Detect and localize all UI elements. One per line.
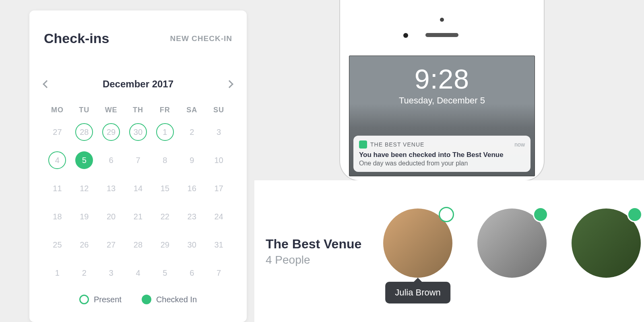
calendar-day[interactable]: 5 bbox=[71, 151, 98, 170]
calendar-day[interactable]: 4 bbox=[44, 151, 71, 170]
calendar-day[interactable]: 18 bbox=[44, 207, 71, 226]
notification-app-name: THE BEST VENUE bbox=[370, 141, 424, 148]
calendar-day[interactable]: 29 bbox=[98, 122, 125, 142]
weekday-label: FR bbox=[151, 106, 178, 114]
card-header: Check-ins NEW CHECK-IN bbox=[44, 31, 232, 46]
weekday-label: TH bbox=[125, 106, 152, 114]
prev-month-icon[interactable] bbox=[43, 80, 51, 88]
calendar-day[interactable]: 30 bbox=[125, 122, 152, 142]
calendar-day[interactable]: 3 bbox=[205, 122, 232, 142]
calendar-day[interactable]: 31 bbox=[205, 235, 232, 254]
weekday-label: TU bbox=[71, 106, 98, 114]
calendar-day[interactable]: 12 bbox=[71, 179, 98, 198]
calendar-day[interactable]: 3 bbox=[98, 263, 125, 283]
notification-body: One day was deducted from your plan bbox=[359, 160, 525, 167]
notification[interactable]: THE BEST VENUE now You have been checked… bbox=[353, 136, 530, 172]
phone-camera-icon bbox=[403, 33, 408, 38]
calendar-day[interactable]: 11 bbox=[44, 179, 71, 198]
notification-title: You have been checked into The Best Venu… bbox=[359, 151, 525, 159]
calendar-day[interactable]: 17 bbox=[205, 179, 232, 198]
notification-header: THE BEST VENUE now bbox=[359, 140, 525, 149]
calendar-day[interactable]: 27 bbox=[44, 122, 71, 142]
calendar-day[interactable]: 2 bbox=[178, 122, 205, 142]
weekday-label: MO bbox=[44, 106, 71, 114]
venue-panel: The Best Venue 4 People Julia Brown bbox=[254, 180, 644, 322]
phone-screen: 9:28 Tuesday, December 5 THE BEST VENUE … bbox=[349, 56, 535, 176]
calendar-day[interactable]: 30 bbox=[178, 235, 205, 254]
legend-checkedin-label: Checked In bbox=[156, 295, 197, 304]
card-title: Check-ins bbox=[44, 31, 109, 46]
calendar-day[interactable]: 9 bbox=[178, 151, 205, 170]
calendar-day[interactable]: 6 bbox=[98, 151, 125, 170]
calendar-day[interactable]: 21 bbox=[125, 207, 152, 226]
calendar-day[interactable]: 19 bbox=[71, 207, 98, 226]
phone-speaker-icon bbox=[425, 33, 458, 37]
legend: Present Checked In bbox=[44, 295, 232, 304]
status-badge bbox=[533, 207, 548, 222]
person-tooltip: Julia Brown bbox=[385, 282, 450, 303]
calendar-day[interactable]: 1 bbox=[151, 122, 178, 142]
calendar-day[interactable]: 20 bbox=[98, 207, 125, 226]
calendar-day[interactable]: 8 bbox=[151, 151, 178, 170]
calendar-day[interactable]: 15 bbox=[151, 179, 178, 198]
calendar-day[interactable]: 27 bbox=[98, 235, 125, 254]
status-badge bbox=[627, 207, 642, 222]
calendar-day[interactable]: 16 bbox=[178, 179, 205, 198]
calendar-grid: 2728293012345678910111213141516171819202… bbox=[44, 122, 232, 283]
month-label: December 2017 bbox=[103, 78, 173, 90]
weekday-label: SA bbox=[178, 106, 205, 114]
calendar-day[interactable]: 23 bbox=[178, 207, 205, 226]
calendar-day[interactable]: 28 bbox=[125, 235, 152, 254]
next-month-icon[interactable] bbox=[225, 80, 233, 88]
calendar-day[interactable]: 22 bbox=[151, 207, 178, 226]
checkedin-dot-icon bbox=[142, 295, 151, 304]
venue-subtitle: 4 People bbox=[266, 254, 310, 266]
calendar-day[interactable]: 14 bbox=[125, 179, 152, 198]
venue-title: The Best Venue bbox=[266, 237, 361, 252]
month-nav: December 2017 bbox=[44, 78, 232, 90]
person[interactable]: Julia Brown bbox=[383, 208, 452, 278]
weekday-header: MOTUWETHFRSASU bbox=[44, 106, 232, 114]
calendar-day[interactable]: 7 bbox=[125, 151, 152, 170]
phone-mockup: 9:28 Tuesday, December 5 THE BEST VENUE … bbox=[339, 0, 545, 181]
calendar-day[interactable]: 26 bbox=[71, 235, 98, 254]
present-dot-icon bbox=[79, 295, 89, 304]
person[interactable] bbox=[572, 208, 641, 278]
calendar-day[interactable]: 6 bbox=[178, 263, 205, 283]
calendar-day[interactable]: 24 bbox=[205, 207, 232, 226]
calendar-day[interactable]: 13 bbox=[98, 179, 125, 198]
legend-present: Present bbox=[79, 295, 122, 304]
legend-checkedin: Checked In bbox=[142, 295, 197, 304]
phone-sensor-icon bbox=[440, 18, 444, 22]
calendar-day[interactable]: 4 bbox=[125, 263, 152, 283]
weekday-label: WE bbox=[98, 106, 125, 114]
checkins-card: Check-ins NEW CHECK-IN December 2017 MOT… bbox=[29, 10, 247, 322]
calendar-day[interactable]: 5 bbox=[151, 263, 178, 283]
new-checkin-button[interactable]: NEW CHECK-IN bbox=[170, 34, 233, 43]
weekday-label: SU bbox=[205, 106, 232, 114]
calendar-day[interactable]: 7 bbox=[205, 263, 232, 283]
calendar-day[interactable]: 2 bbox=[71, 263, 98, 283]
lock-date: Tuesday, December 5 bbox=[349, 95, 535, 106]
calendar-day[interactable]: 1 bbox=[44, 263, 71, 283]
notification-app-icon bbox=[359, 140, 367, 149]
lock-time: 9:28 bbox=[349, 63, 535, 95]
calendar-day[interactable]: 29 bbox=[151, 235, 178, 254]
calendar-day[interactable]: 25 bbox=[44, 235, 71, 254]
person[interactable] bbox=[477, 208, 547, 278]
calendar-day[interactable]: 28 bbox=[71, 122, 98, 142]
calendar-day[interactable]: 10 bbox=[205, 151, 232, 170]
legend-present-label: Present bbox=[94, 295, 122, 304]
status-badge bbox=[439, 207, 454, 222]
notification-time: now bbox=[514, 141, 525, 148]
people-row: Julia Brown bbox=[383, 208, 641, 278]
